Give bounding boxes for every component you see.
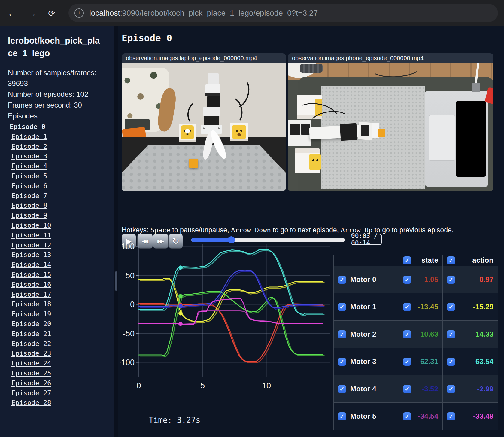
sidebar-item-episode[interactable]: Episode 24 bbox=[8, 359, 114, 368]
sidebar-item-episode[interactable]: Episode 22 bbox=[8, 339, 114, 349]
action-cell: ✓ 14.33 bbox=[442, 321, 498, 348]
hotkey-space: Space bbox=[150, 226, 170, 234]
sidebar-item-episode[interactable]: Episode 16 bbox=[8, 280, 114, 290]
hotkeys-mid2: to go to next episode, bbox=[271, 226, 341, 234]
state-checkbox[interactable]: ✓ bbox=[403, 303, 411, 311]
sidebar: lerobot/koch_pick_place_1_lego Number of… bbox=[0, 26, 114, 437]
sidebar-item-episode[interactable]: Episode 4 bbox=[8, 161, 114, 171]
sidebar-item-episode[interactable]: Episode 20 bbox=[8, 319, 114, 329]
state-value: 62.31 bbox=[420, 357, 438, 366]
scrollbar-thumb[interactable] bbox=[115, 271, 117, 291]
motor-checkbox[interactable]: ✓ bbox=[338, 412, 346, 420]
action-checkbox[interactable]: ✓ bbox=[447, 276, 455, 284]
sidebar-item-episode[interactable]: Episode 1 bbox=[8, 132, 114, 142]
robot-elbow-motor bbox=[340, 123, 357, 140]
sidebar-item-episode[interactable]: Episode 26 bbox=[8, 378, 114, 388]
header-empty-cell bbox=[334, 255, 399, 266]
sidebar-item-episode[interactable]: Episode 27 bbox=[8, 388, 114, 398]
laptop-trackpad bbox=[429, 115, 455, 160]
motor-chart: 100500-50-1000510 bbox=[120, 237, 330, 401]
sidebar-item-episode[interactable]: Episode 6 bbox=[8, 181, 114, 191]
sidebar-item-episode[interactable]: Episode 3 bbox=[8, 151, 114, 161]
state-checkbox[interactable]: ✓ bbox=[403, 358, 411, 366]
sidebar-item-episode[interactable]: Episode 5 bbox=[8, 171, 114, 181]
sidebar-item-episode[interactable]: Episode 19 bbox=[8, 309, 114, 319]
panda-card bbox=[181, 125, 194, 139]
smiley-card bbox=[232, 125, 246, 139]
svg-text:50: 50 bbox=[126, 271, 135, 280]
action-checkbox[interactable]: ✓ bbox=[447, 330, 455, 338]
sidebar-item-episode[interactable]: Episode 12 bbox=[8, 240, 114, 250]
current-time-label: Time: 3.27s bbox=[149, 416, 200, 425]
dataset-info: Number of samples/frames: 39693 Number o… bbox=[8, 67, 98, 121]
state-checkbox[interactable]: ✓ bbox=[403, 412, 411, 420]
sidebar-item-episode[interactable]: Episode 9 bbox=[8, 211, 114, 221]
action-cell: ✓ -0.97 bbox=[442, 266, 498, 293]
action-checkbox[interactable]: ✓ bbox=[447, 303, 455, 311]
svg-text:-50: -50 bbox=[123, 329, 135, 338]
sidebar-item-episode[interactable]: Episode 13 bbox=[8, 250, 114, 260]
sidebar-item-episode[interactable]: Episode 7 bbox=[8, 191, 114, 201]
sidebar-item-episode[interactable]: Episode 21 bbox=[8, 329, 114, 339]
reload-icon[interactable]: ⟳ bbox=[45, 7, 58, 20]
robot-camera-mount bbox=[208, 73, 219, 85]
state-all-checkbox[interactable]: ✓ bbox=[403, 256, 411, 264]
action-value: 63.54 bbox=[475, 357, 493, 366]
video-phone[interactable]: observation.images.phone_episode_000000.… bbox=[288, 53, 493, 191]
sidebar-item-episode[interactable]: Episode 17 bbox=[8, 290, 114, 300]
usb-plug bbox=[472, 83, 480, 92]
state-checkbox[interactable]: ✓ bbox=[403, 385, 411, 393]
dark-gadget bbox=[300, 64, 323, 73]
svg-text:5: 5 bbox=[200, 381, 205, 390]
motor-label: Motor 5 bbox=[350, 412, 376, 420]
motor-checkbox[interactable]: ✓ bbox=[338, 358, 346, 366]
motor-checkbox[interactable]: ✓ bbox=[338, 385, 346, 393]
sidebar-item-episode[interactable]: Episode 28 bbox=[8, 398, 114, 408]
motor-cell: ✓ Motor 5 bbox=[334, 403, 399, 430]
action-checkbox[interactable]: ✓ bbox=[447, 358, 455, 366]
sidebar-item-episode[interactable]: Episode 2 bbox=[8, 142, 114, 152]
panda-card-bottom bbox=[309, 154, 321, 170]
motor-checkbox[interactable]: ✓ bbox=[338, 303, 346, 311]
hotkeys-suffix: to go to previous episode. bbox=[372, 226, 454, 234]
sidebar-item-episode[interactable]: Episode 11 bbox=[8, 231, 114, 240]
page-title: Episode 0 bbox=[122, 32, 172, 43]
action-all-checkbox[interactable]: ✓ bbox=[447, 256, 455, 264]
sidebar-item-episode[interactable]: Episode 15 bbox=[8, 270, 114, 280]
motor-label: Motor 0 bbox=[350, 275, 376, 284]
sidebar-item-episode[interactable]: Episode 25 bbox=[8, 368, 114, 378]
header-action-cell: ✓ action bbox=[442, 255, 498, 266]
video-laptop[interactable]: observation.images.laptop_episode_000000… bbox=[122, 53, 286, 191]
motor-cell: ✓ Motor 3 bbox=[334, 348, 399, 375]
action-value: -2.99 bbox=[477, 385, 493, 393]
motor-checkbox[interactable]: ✓ bbox=[338, 276, 346, 284]
sidebar-item-episode[interactable]: Episode 18 bbox=[8, 299, 114, 309]
forward-icon[interactable]: → bbox=[25, 7, 38, 20]
action-value: -0.97 bbox=[477, 275, 493, 284]
state-checkbox[interactable]: ✓ bbox=[403, 330, 411, 338]
table-row: ✓ Motor 0 ✓ -1.05 ✓ -0.97 bbox=[334, 266, 498, 293]
robot-top-module bbox=[205, 84, 220, 97]
svg-text:-100: -100 bbox=[120, 358, 135, 367]
action-checkbox[interactable]: ✓ bbox=[447, 412, 455, 420]
back-icon[interactable]: ← bbox=[5, 7, 19, 20]
sidebar-item-episode[interactable]: Episode 8 bbox=[8, 201, 114, 211]
table-row: ✓ Motor 5 ✓ -34.54 ✓ -33.49 bbox=[334, 402, 498, 430]
app-window: ← → ⟳ i localhost:9090/lerobot/koch_pick… bbox=[0, 0, 504, 437]
state-checkbox[interactable]: ✓ bbox=[403, 276, 411, 284]
sidebar-item-episode[interactable]: Episode 14 bbox=[8, 260, 114, 270]
state-header-label: state bbox=[421, 256, 438, 264]
motor-table: ✓ state ✓ action ✓ Motor 0 ✓ -1.05 bbox=[333, 255, 498, 430]
sidebar-item-episode[interactable]: Episode 23 bbox=[8, 349, 114, 359]
action-checkbox[interactable]: ✓ bbox=[447, 385, 455, 393]
sidebar-item-episode[interactable]: Episode 0 bbox=[8, 122, 114, 132]
action-cell: ✓ 63.54 bbox=[442, 348, 498, 375]
motor-checkbox[interactable]: ✓ bbox=[338, 330, 346, 338]
state-value: -34.54 bbox=[418, 412, 438, 420]
motor-label: Motor 1 bbox=[350, 303, 376, 311]
site-info-icon[interactable]: i bbox=[74, 8, 84, 18]
sidebar-item-episode[interactable]: Episode 10 bbox=[8, 221, 114, 231]
action-value: -15.29 bbox=[473, 303, 493, 311]
table-row: ✓ Motor 2 ✓ 10.63 ✓ 14.33 bbox=[334, 320, 498, 348]
url-bar[interactable]: i localhost:9090/lerobot/koch_pick_place… bbox=[68, 4, 498, 22]
